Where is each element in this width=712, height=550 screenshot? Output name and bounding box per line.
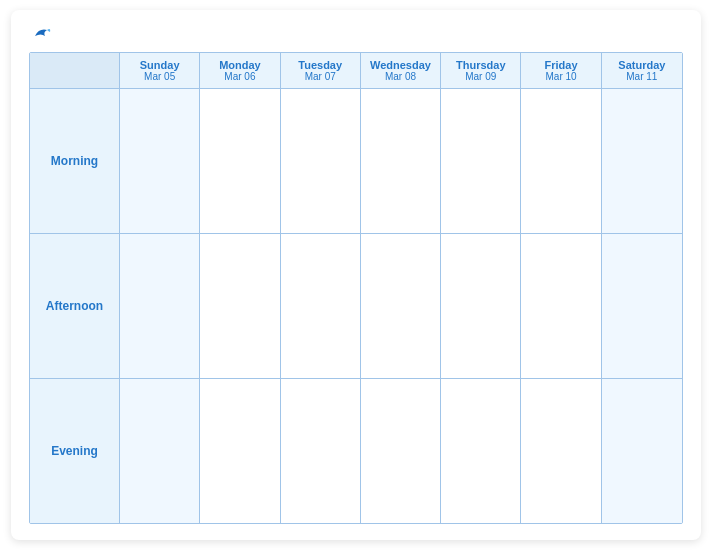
cell-morning-friday[interactable] bbox=[521, 89, 601, 233]
cell-morning-sunday[interactable] bbox=[120, 89, 200, 233]
row-label-afternoon: Afternoon bbox=[30, 234, 120, 378]
header-day-thursday: ThursdayMar 09 bbox=[441, 53, 521, 89]
day-date: Mar 10 bbox=[525, 71, 596, 82]
calendar-body: MorningAfternoonEvening bbox=[30, 89, 682, 523]
calendar-header-row: SundayMar 05MondayMar 06TuesdayMar 07Wed… bbox=[30, 53, 682, 89]
cell-morning-thursday[interactable] bbox=[441, 89, 521, 233]
day-name: Friday bbox=[525, 59, 596, 71]
cell-evening-wednesday[interactable] bbox=[361, 379, 441, 523]
cell-morning-tuesday[interactable] bbox=[281, 89, 361, 233]
header-day-wednesday: WednesdayMar 08 bbox=[361, 53, 441, 89]
header bbox=[29, 26, 683, 40]
calendar-row-evening: Evening bbox=[30, 379, 682, 523]
row-label-text: Evening bbox=[51, 444, 98, 458]
row-label-evening: Evening bbox=[30, 379, 120, 523]
header-day-friday: FridayMar 10 bbox=[521, 53, 601, 89]
day-date: Mar 08 bbox=[365, 71, 436, 82]
cell-evening-tuesday[interactable] bbox=[281, 379, 361, 523]
row-label-morning: Morning bbox=[30, 89, 120, 233]
cell-afternoon-saturday[interactable] bbox=[602, 234, 682, 378]
day-date: Mar 09 bbox=[445, 71, 516, 82]
header-label-cell bbox=[30, 53, 120, 89]
day-name: Thursday bbox=[445, 59, 516, 71]
cell-morning-wednesday[interactable] bbox=[361, 89, 441, 233]
row-label-text: Morning bbox=[51, 154, 98, 168]
cell-afternoon-thursday[interactable] bbox=[441, 234, 521, 378]
cell-evening-saturday[interactable] bbox=[602, 379, 682, 523]
cell-morning-monday[interactable] bbox=[200, 89, 280, 233]
day-date: Mar 06 bbox=[204, 71, 275, 82]
cell-afternoon-friday[interactable] bbox=[521, 234, 601, 378]
cell-afternoon-sunday[interactable] bbox=[120, 234, 200, 378]
cell-afternoon-wednesday[interactable] bbox=[361, 234, 441, 378]
calendar-row-morning: Morning bbox=[30, 89, 682, 234]
day-date: Mar 05 bbox=[124, 71, 195, 82]
day-name: Tuesday bbox=[285, 59, 356, 71]
logo-bird-icon bbox=[33, 26, 51, 40]
cell-evening-friday[interactable] bbox=[521, 379, 601, 523]
cell-evening-thursday[interactable] bbox=[441, 379, 521, 523]
day-name: Saturday bbox=[606, 59, 678, 71]
logo-area bbox=[29, 26, 53, 40]
day-name: Sunday bbox=[124, 59, 195, 71]
day-name: Wednesday bbox=[365, 59, 436, 71]
calendar-row-afternoon: Afternoon bbox=[30, 234, 682, 379]
day-date: Mar 07 bbox=[285, 71, 356, 82]
day-date: Mar 11 bbox=[606, 71, 678, 82]
row-label-text: Afternoon bbox=[46, 299, 103, 313]
logo-text bbox=[29, 26, 53, 40]
cell-afternoon-tuesday[interactable] bbox=[281, 234, 361, 378]
header-day-saturday: SaturdayMar 11 bbox=[602, 53, 682, 89]
cell-evening-sunday[interactable] bbox=[120, 379, 200, 523]
header-day-monday: MondayMar 06 bbox=[200, 53, 280, 89]
day-name: Monday bbox=[204, 59, 275, 71]
page: SundayMar 05MondayMar 06TuesdayMar 07Wed… bbox=[11, 10, 701, 540]
cell-evening-monday[interactable] bbox=[200, 379, 280, 523]
cell-morning-saturday[interactable] bbox=[602, 89, 682, 233]
cell-afternoon-monday[interactable] bbox=[200, 234, 280, 378]
header-day-sunday: SundayMar 05 bbox=[120, 53, 200, 89]
header-day-tuesday: TuesdayMar 07 bbox=[281, 53, 361, 89]
calendar: SundayMar 05MondayMar 06TuesdayMar 07Wed… bbox=[29, 52, 683, 524]
